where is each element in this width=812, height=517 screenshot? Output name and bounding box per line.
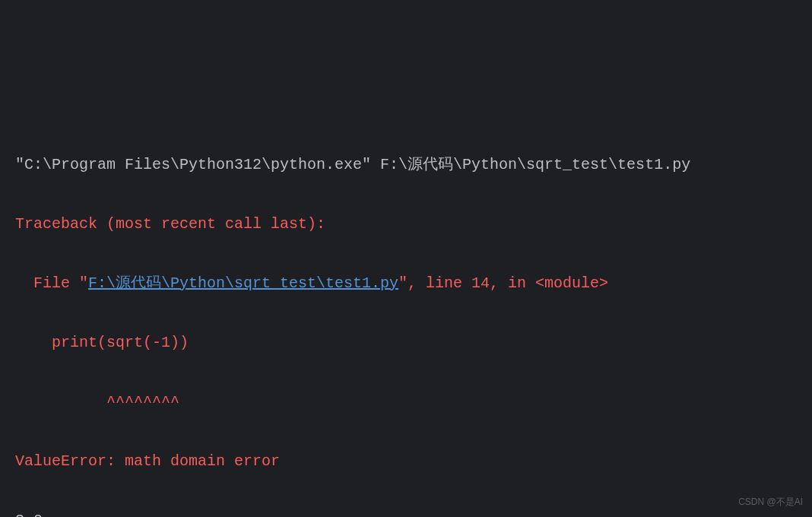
file-suffix: ", line 14, in <module>: [398, 274, 608, 292]
error-caret-line: ^^^^^^^^: [15, 386, 797, 418]
file-prefix: File ": [15, 274, 88, 292]
watermark: CSDN @不是AI: [738, 494, 803, 511]
traceback-header: Traceback (most recent call last):: [15, 208, 797, 240]
traceback-file-line: File "F:\源代码\Python\sqrt_test\test1.py",…: [15, 268, 797, 300]
error-message: ValueError: math domain error: [15, 446, 797, 477]
error-code-line: print(sqrt(-1)): [15, 327, 797, 359]
output-line: 3.0: [15, 505, 797, 517]
file-link[interactable]: F:\源代码\Python\sqrt_test\test1.py: [88, 274, 398, 292]
command-line: "C:\Program Files\Python312\python.exe" …: [15, 149, 797, 181]
terminal-output: "C:\Program Files\Python312\python.exe" …: [15, 122, 797, 517]
